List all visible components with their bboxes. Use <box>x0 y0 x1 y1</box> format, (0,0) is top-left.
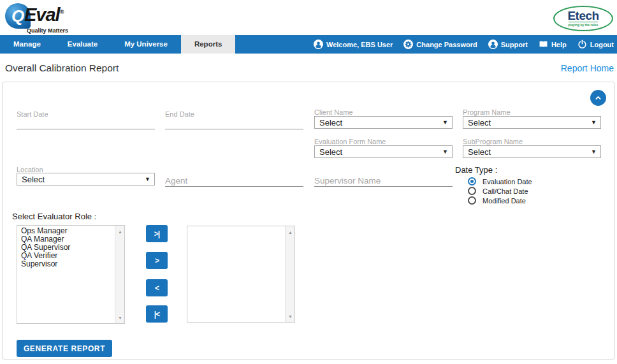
qeval-word-text: Eval <box>24 4 60 25</box>
dropdown-arrow-icon: ▼ <box>442 149 452 155</box>
radio-call-chat-date-label: Call/Chat Date <box>483 187 528 195</box>
nav-tab-evaluate[interactable]: Evaluate <box>54 35 111 54</box>
evaluation-form-name-select[interactable]: Select ▼ <box>314 145 453 158</box>
help-link[interactable]: Help <box>539 40 567 49</box>
radio-evaluation-date[interactable]: Evaluation Date <box>468 177 532 186</box>
client-name-value: Select <box>315 118 442 127</box>
dropdown-arrow-icon: ▼ <box>145 176 154 182</box>
header: Q Eval® Quality Matters Etech playing by… <box>0 0 617 35</box>
subprogram-name-select[interactable]: Select ▼ <box>463 145 601 158</box>
radio-button-selected[interactable] <box>468 177 476 186</box>
move-all-left-button[interactable]: |< <box>146 305 168 323</box>
nav-tabs: Manage Evaluate My Universe Reports <box>0 35 235 54</box>
power-icon <box>577 40 587 49</box>
list-item[interactable]: Supervisor <box>17 260 115 268</box>
nav-tab-my-universe[interactable]: My Universe <box>111 35 181 54</box>
chevron-up-icon <box>593 93 603 103</box>
welcome-user-link[interactable]: Welcome, EBS User <box>314 40 393 49</box>
move-right-button[interactable]: > <box>146 252 168 269</box>
evaluator-role-available-listbox[interactable]: Ops Manager QA Manager QA Supervisor QA … <box>17 225 125 324</box>
subprogram-name-value: Select <box>463 147 591 157</box>
end-date-label: End Date <box>165 110 194 118</box>
move-left-button[interactable]: < <box>146 279 168 296</box>
nav-right: Welcome, EBS User Change Password Suppor… <box>303 35 617 54</box>
radio-call-chat-date[interactable]: Call/Chat Date <box>468 187 528 195</box>
nav-tab-reports[interactable]: Reports <box>181 35 235 54</box>
start-date-input[interactable] <box>17 118 155 129</box>
scroll-up-icon[interactable]: ▲ <box>286 228 295 237</box>
client-name-label: Client Name <box>314 108 353 116</box>
collapse-panel-button[interactable] <box>590 90 606 106</box>
change-password-link[interactable]: Change Password <box>403 40 477 49</box>
start-date-label: Start Date <box>17 110 48 118</box>
logout-link[interactable]: Logout <box>577 40 614 49</box>
app-screen: Q Eval® Quality Matters Etech playing by… <box>0 0 617 364</box>
logout-label: Logout <box>590 41 614 48</box>
support-link[interactable]: Support <box>488 40 528 49</box>
supervisor-name-input[interactable] <box>314 175 453 187</box>
end-date-input[interactable] <box>165 118 303 129</box>
evaluation-form-name-label: Evaluation Form Name <box>314 138 386 145</box>
location-select[interactable]: Select ▼ <box>17 173 155 186</box>
available-roles-list: Ops Manager QA Manager QA Supervisor QA … <box>17 227 115 268</box>
generate-report-button[interactable]: GENERATE REPORT <box>17 340 112 357</box>
book-icon <box>539 40 548 49</box>
qeval-logo-text: Eval® <box>24 4 63 25</box>
page-title: Overall Calibration Report <box>5 62 119 74</box>
program-name-select[interactable]: Select ▼ <box>463 116 601 129</box>
evaluation-form-name-value: Select <box>315 147 442 157</box>
dropdown-arrow-icon: ▼ <box>442 119 452 126</box>
date-type-label: Date Type : <box>455 165 497 175</box>
qeval-tagline: Quality Matters <box>27 27 68 34</box>
etech-logo: Etech playing by the rules <box>553 6 613 31</box>
etech-tagline: playing by the rules <box>569 22 599 27</box>
welcome-user-label: Welcome, EBS User <box>326 41 393 48</box>
location-value: Select <box>17 175 145 184</box>
program-name-value: Select <box>463 118 591 127</box>
help-label: Help <box>551 41 567 48</box>
main-nav: Manage Evaluate My Universe Reports Welc… <box>0 35 617 54</box>
client-name-select[interactable]: Select ▼ <box>314 116 453 129</box>
user-circle-icon <box>314 40 323 49</box>
report-home-link[interactable]: Report Home <box>561 63 614 73</box>
scroll-down-icon[interactable]: ▼ <box>286 312 295 321</box>
scroll-down-icon[interactable]: ▼ <box>115 313 125 322</box>
change-password-label: Change Password <box>416 41 477 48</box>
filter-panel: Start Date End Date Client Name Select ▼… <box>2 82 615 360</box>
radio-modified-date[interactable]: Modified Date <box>468 196 526 205</box>
evaluator-role-selected-listbox[interactable]: ▲ ▼ <box>187 226 295 323</box>
etech-logo-text: Etech <box>567 10 599 22</box>
program-name-label: Program Name <box>463 108 511 116</box>
support-label: Support <box>501 41 528 48</box>
support-user-icon <box>488 40 498 49</box>
nav-tab-manage[interactable]: Manage <box>0 35 54 54</box>
subprogram-name-label: SubProgram Name <box>463 138 523 145</box>
listbox-scrollbar[interactable]: ▲ ▼ <box>115 226 124 323</box>
radio-button[interactable] <box>468 187 476 195</box>
radio-button[interactable] <box>468 196 476 205</box>
registered-mark: ® <box>60 9 64 15</box>
move-all-right-button[interactable]: >| <box>146 225 168 242</box>
listbox-scrollbar[interactable]: ▲ ▼ <box>285 226 294 322</box>
agent-input[interactable] <box>165 175 303 187</box>
gear-icon <box>403 40 413 49</box>
select-evaluator-role-label: Select Evaluator Role : <box>12 212 96 221</box>
dropdown-arrow-icon: ▼ <box>591 149 600 155</box>
dropdown-arrow-icon: ▼ <box>591 119 600 126</box>
radio-evaluation-date-label: Evaluation Date <box>483 178 532 186</box>
qeval-logo: Q Eval® Quality Matters <box>5 2 101 34</box>
scroll-up-icon[interactable]: ▲ <box>115 227 125 236</box>
radio-modified-date-label: Modified Date <box>483 197 526 205</box>
